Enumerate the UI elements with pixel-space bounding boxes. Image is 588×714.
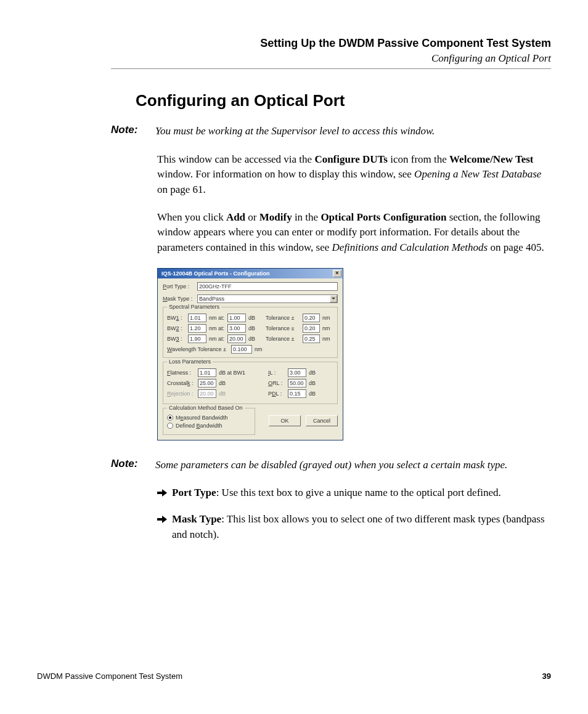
unit-label: dB <box>219 380 247 386</box>
svg-marker-0 <box>157 489 167 497</box>
crosstalk-input[interactable]: 25.00 <box>198 379 216 387</box>
text: or <box>245 211 259 223</box>
text: on page 405. <box>488 241 544 253</box>
bw3-at-input[interactable]: 20.00 <box>227 335 246 343</box>
group-title: Loss Parameters <box>167 359 213 365</box>
note-block-1: Note: You must be working at the Supervi… <box>111 124 551 139</box>
mask-type-select[interactable]: BandPass <box>197 294 338 303</box>
bw1-row: BW1 : 1.01 nm at: 1.00 dB Tolerance ± 0.… <box>167 314 333 322</box>
radio-icon[interactable] <box>167 423 173 429</box>
bw3-row: BW3 : 1.90 nm at: 20.00 dB Tolerance ± 0… <box>167 335 333 343</box>
bw2-row: BW2 : 1.20 nm at: 3.00 dB Tolerance ± 0.… <box>167 324 333 333</box>
page-header: Setting Up the DWDM Passive Component Te… <box>111 37 551 69</box>
text-bold: Mask Type <box>172 513 221 525</box>
close-icon[interactable]: × <box>333 270 341 277</box>
flatness-row: Flatness : 1.01 dB at BW1 IL : 3.00 dB <box>167 368 333 377</box>
bw1-tol-input[interactable]: 0.20 <box>303 314 320 322</box>
bw2-at-input[interactable]: 3.00 <box>227 324 246 333</box>
bw3-tol-input[interactable]: 0.25 <box>303 335 320 343</box>
bw2-tol-input[interactable]: 0.20 <box>303 324 320 333</box>
wavelength-tolerance-label: Wavelength Tolerance ± <box>167 346 229 352</box>
rejection-label: Rejection : <box>167 391 195 397</box>
radio-label: Defined Bandwidth <box>176 423 223 429</box>
section-subtitle: Configuring an Optical Port <box>111 52 551 65</box>
rejection-row: Rejection : 20.00 dB PDL : 0.15 dB <box>167 389 333 398</box>
note-label: Note: <box>111 124 155 139</box>
list-text: Mask Type: This list box allows you to s… <box>172 512 551 542</box>
text: : Use this text box to give a unique nam… <box>216 487 501 498</box>
il-input[interactable]: 3.00 <box>288 368 306 377</box>
note-text: Some parameters can be disabled (grayed … <box>155 458 551 473</box>
bw3-label: BW3 : <box>167 336 186 342</box>
paragraph-2: When you click Add or Modify in the Opti… <box>157 210 551 256</box>
note-label: Note: <box>111 458 155 473</box>
flatness-label: Flatness : <box>167 370 195 376</box>
spectral-parameters-group: Spectral Parameters BW1 : 1.01 nm at: 1.… <box>163 307 338 358</box>
defined-bandwidth-radio-row[interactable]: Defined Bandwidth <box>167 423 251 429</box>
port-type-input[interactable]: 200GHz-TFF <box>197 282 338 291</box>
bw3-value-input[interactable]: 1.90 <box>188 335 206 343</box>
cancel-button[interactable]: Cancel <box>306 415 338 426</box>
radio-label: Measured Bandwidth <box>176 415 228 421</box>
text: on page 61. <box>157 184 206 195</box>
text: icon from the <box>388 153 449 165</box>
text-bold: Configure DUTs <box>314 153 388 165</box>
tolerance-label: Tolerance ± <box>266 336 300 342</box>
list-item: Port Type: Use this text box to give a u… <box>157 485 551 501</box>
unit-label: dB <box>248 325 258 331</box>
bullet-list: Port Type: Use this text box to give a u… <box>157 485 551 542</box>
pdl-input[interactable]: 0.15 <box>288 389 306 398</box>
wavelength-tolerance-input[interactable]: 0.100 <box>231 345 252 354</box>
text-bold: Port Type <box>172 487 216 498</box>
tolerance-label: Tolerance ± <box>266 315 300 321</box>
il-label: IL : <box>268 370 285 376</box>
crosstalk-label: Crosstalk : <box>167 380 195 386</box>
unit-label: dB <box>309 380 319 386</box>
pdl-label: PDL : <box>268 391 285 397</box>
page-footer: DWDM Passive Component Test System 39 <box>37 671 551 681</box>
text: This window can be accessed via the <box>157 153 314 165</box>
svg-marker-1 <box>157 516 167 523</box>
group-title: Spectral Parameters <box>167 304 221 310</box>
calculation-method-group: Calculation Method Based On Measured Ban… <box>163 408 255 435</box>
text-bold: Add <box>226 211 245 223</box>
orl-input[interactable]: 50.00 <box>288 379 306 387</box>
chapter-title: Setting Up the DWDM Passive Component Te… <box>111 37 551 50</box>
note-block-2: Note: Some parameters can be disabled (g… <box>111 458 551 473</box>
radio-icon[interactable] <box>167 415 173 421</box>
bw2-value-input[interactable]: 1.20 <box>188 324 206 333</box>
rejection-input: 20.00 <box>198 389 216 398</box>
group-title: Calculation Method Based On <box>167 405 245 411</box>
list-item: Mask Type: This list box allows you to s… <box>157 512 551 542</box>
chevron-down-icon[interactable] <box>330 295 337 302</box>
loss-parameters-group: Loss Parameters Flatness : 1.01 dB at BW… <box>163 362 338 404</box>
mask-type-label: Mask Type : <box>163 296 197 302</box>
dialog-titlebar: IQS-12004B Optical Ports - Configuration… <box>158 269 343 278</box>
bw1-at-input[interactable]: 1.00 <box>227 314 246 322</box>
unit-label: dB <box>309 391 319 397</box>
flatness-input[interactable]: 1.01 <box>198 368 216 377</box>
unit-label: nm <box>322 336 332 342</box>
unit-label: nm at: <box>209 336 225 342</box>
unit-label: dB <box>219 391 247 397</box>
text-italic: Definitions and Calculation Methods <box>332 241 488 253</box>
ok-button[interactable]: OK <box>269 415 301 426</box>
measured-bandwidth-radio-row[interactable]: Measured Bandwidth <box>167 415 251 421</box>
unit-label: nm <box>322 315 332 321</box>
wavelength-tolerance-row: Wavelength Tolerance ± 0.100 nm <box>167 345 333 354</box>
mask-type-value: BandPass <box>199 296 224 302</box>
bw1-value-input[interactable]: 1.01 <box>188 314 206 322</box>
text-bold: Welcome/New Test <box>449 153 533 165</box>
section-heading: Configuring an Optical Port <box>136 91 551 110</box>
page-number: 39 <box>542 671 551 681</box>
arrow-right-icon <box>157 485 172 501</box>
unit-label: nm at: <box>209 315 225 321</box>
port-type-label: Port Type : <box>163 283 197 290</box>
header-rule <box>111 68 551 69</box>
unit-label: dB at BW1 <box>219 370 247 376</box>
dialog-title: IQS-12004B Optical Ports - Configuration <box>161 270 333 277</box>
optical-ports-config-dialog: IQS-12004B Optical Ports - Configuration… <box>157 268 343 440</box>
unit-label: dB <box>309 370 319 376</box>
unit-label: dB <box>248 336 258 342</box>
text: in the <box>292 211 321 223</box>
